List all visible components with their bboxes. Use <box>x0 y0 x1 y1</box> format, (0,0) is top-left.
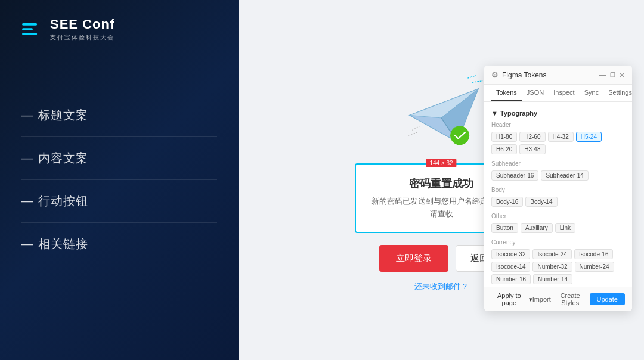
figma-tokens-icon: ⚙ <box>491 70 499 79</box>
token-isocode-32[interactable]: Isocode-32 <box>491 249 530 259</box>
login-button[interactable]: 立即登录 <box>379 245 448 272</box>
typography-section: ▼ Typography + Header H1-80 H2-60 H4-32 … <box>484 107 632 286</box>
token-body-14[interactable]: Body-14 <box>525 197 557 207</box>
token-link[interactable]: Link <box>555 223 575 233</box>
token-number-16[interactable]: Number-16 <box>491 274 531 284</box>
other-tokens-row: Button Auxiliary Link <box>484 221 632 235</box>
header-tokens-row: H1-80 H2-60 H4-32 H5-24 H6-20 H3-48 <box>484 130 632 156</box>
token-h6-20[interactable]: H6-20 <box>491 144 517 154</box>
subheader-group-label: Subheader <box>484 159 632 169</box>
figma-tokens-panel: ⚙ Figma Tokens — ❐ ✕ Tokens JSON Inspect… <box>484 66 632 311</box>
apply-label: Apply to page <box>491 292 527 306</box>
nav-json[interactable]: JSON <box>522 85 549 101</box>
expand-icon[interactable]: ❐ <box>610 72 615 78</box>
left-panel: SEE Conf 支付宝体验科技大会 — 标题文案 — 内容文案 — 行动按钮 … <box>0 0 239 360</box>
token-subheader-16[interactable]: Subheader-16 <box>491 170 538 181</box>
subheader-tokens-row: Subheader-16 Subheader-14 <box>484 169 632 182</box>
svg-line-10 <box>408 132 417 135</box>
nav-items: — 标题文案 — 内容文案 — 行动按钮 — 相关链接 <box>0 58 239 360</box>
token-number-14[interactable]: Number-14 <box>533 274 572 284</box>
token-number-24[interactable]: Number-24 <box>575 262 614 272</box>
minimize-icon[interactable]: — <box>599 71 606 79</box>
apply-to-page-button[interactable]: Apply to page ▾ <box>491 292 532 306</box>
token-h5-24[interactable]: H5-24 <box>576 132 602 142</box>
nav-sync[interactable]: Sync <box>580 85 603 101</box>
token-h3-48[interactable]: H3-48 <box>519 144 545 154</box>
figma-header-icons: — ❐ ✕ <box>599 71 625 79</box>
figma-panel-header: ⚙ Figma Tokens — ❐ ✕ <box>484 66 632 85</box>
nav-item-1: — 标题文案 <box>21 94 217 137</box>
token-subheader-14[interactable]: Subheader-14 <box>541 170 588 181</box>
currency-tokens-row: Isocode-32 Isocode-24 Isocode-16 Isocode… <box>484 247 632 286</box>
typography-section-title: ▼ Typography <box>491 110 537 117</box>
svg-rect-0 <box>22 23 37 26</box>
token-isocode-24[interactable]: Isocode-24 <box>532 249 571 259</box>
svg-line-7 <box>467 75 475 77</box>
figma-panel-footer: Apply to page ▾ Import Create Styles Upd… <box>484 287 632 311</box>
add-typography-icon[interactable]: + <box>621 109 625 117</box>
size-badge: 144 × 32 <box>426 159 456 167</box>
nav-settings[interactable]: Settings <box>603 85 632 101</box>
other-group-label: Other <box>484 211 632 221</box>
right-panel: 144 × 32 密码重置成功 新的密码已发送到与您用户名绑定的邮箱 请查收 立… <box>239 0 644 360</box>
create-styles-button[interactable]: Create Styles <box>556 292 585 306</box>
header-group-label: Header <box>484 120 632 130</box>
token-number-32[interactable]: Number-32 <box>532 262 572 272</box>
currency-group-label: Currency <box>484 237 632 247</box>
svg-rect-2 <box>22 33 37 35</box>
token-h4-32[interactable]: H4-32 <box>548 132 574 142</box>
logo-text-area: SEE Conf 支付宝体验科技大会 <box>50 17 114 42</box>
figma-panel-body: ▼ Typography + Header H1-80 H2-60 H4-32 … <box>484 102 632 287</box>
token-h2-60[interactable]: H2-60 <box>519 132 545 142</box>
nav-item-3: — 行动按钮 <box>21 180 217 223</box>
token-button[interactable]: Button <box>491 223 518 233</box>
svg-line-8 <box>472 80 483 82</box>
token-auxiliary[interactable]: Auxiliary <box>521 223 553 233</box>
paper-plane-illustration <box>388 68 495 157</box>
logo-title: SEE Conf <box>50 17 114 32</box>
svg-point-11 <box>450 126 469 145</box>
footer-actions: Import Create Styles Update <box>532 292 625 306</box>
token-isocode-14[interactable]: Isocode-14 <box>491 262 530 272</box>
figma-header-left: ⚙ Figma Tokens <box>491 70 546 79</box>
update-button[interactable]: Update <box>590 293 625 305</box>
body-group-label: Body <box>484 185 632 195</box>
token-isocode-16[interactable]: Isocode-16 <box>574 249 613 259</box>
nav-item-4: — 相关链接 <box>21 223 217 265</box>
svg-rect-1 <box>22 28 33 30</box>
typography-section-header: ▼ Typography + <box>484 107 632 120</box>
nav-item-2: — 内容文案 <box>21 137 217 180</box>
resend-link[interactable]: 还未收到邮件？ <box>414 281 469 292</box>
figma-panel-title: Figma Tokens <box>502 71 546 79</box>
logo-icon <box>21 18 44 41</box>
collapse-icon[interactable]: ▼ <box>491 110 498 117</box>
body-tokens-row: Body-16 Body-14 <box>484 195 632 209</box>
logo-area: SEE Conf 支付宝体验科技大会 <box>0 0 239 58</box>
import-button[interactable]: Import <box>532 296 551 303</box>
description-line2: 请查收 <box>430 209 453 218</box>
svg-line-9 <box>412 126 420 130</box>
logo-subtitle: 支付宝体验科技大会 <box>50 33 114 42</box>
figma-nav: Tokens JSON Inspect Sync Settings 🔍 ⊞ ↻ <box>484 85 632 102</box>
nav-tokens[interactable]: Tokens <box>491 85 522 101</box>
token-h1-80[interactable]: H1-80 <box>491 132 517 142</box>
token-body-16[interactable]: Body-16 <box>491 197 523 207</box>
close-icon[interactable]: ✕ <box>619 71 625 79</box>
nav-inspect[interactable]: Inspect <box>549 85 579 101</box>
